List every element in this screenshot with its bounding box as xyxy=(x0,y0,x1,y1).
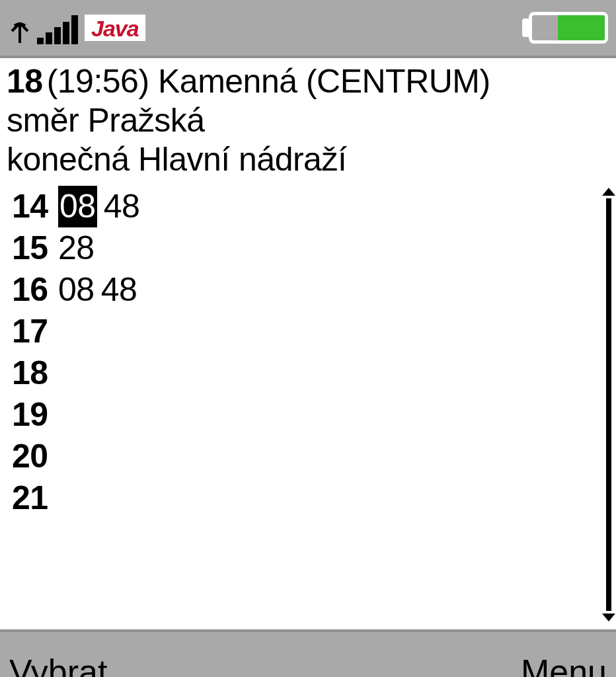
direction-label: směr Pražská xyxy=(7,101,595,140)
scroll-down-icon[interactable] xyxy=(602,614,615,621)
minute-value[interactable]: 48 xyxy=(104,186,140,227)
scroll-track[interactable] xyxy=(606,198,611,611)
hour-label: 15 xyxy=(12,227,52,269)
schedule-row[interactable]: 140848 xyxy=(12,186,595,227)
main-content: 18(19:56) Kamenná (CENTRUM) směr Pražská… xyxy=(0,56,616,632)
hour-label: 16 xyxy=(12,269,52,311)
antenna-icon xyxy=(8,20,32,44)
schedule-row[interactable]: 21 xyxy=(12,477,595,519)
minute-value[interactable]: 08 xyxy=(58,186,97,227)
schedule-row[interactable]: 17 xyxy=(12,311,595,352)
schedule-row[interactable]: 18 xyxy=(12,352,595,394)
minutes-group: 0848 xyxy=(58,269,137,311)
minute-value[interactable]: 28 xyxy=(58,227,95,269)
line-number: 18 xyxy=(7,63,43,100)
scroll-up-icon[interactable] xyxy=(602,188,615,196)
terminus-label: konečná Hlavní nádraží xyxy=(7,140,595,179)
hour-label: 20 xyxy=(12,436,52,477)
timetable[interactable]: 14084815281608481718192021 xyxy=(7,186,595,519)
status-bar: Java xyxy=(0,0,616,56)
hour-label: 21 xyxy=(12,477,52,519)
schedule-row[interactable]: 1528 xyxy=(12,227,595,269)
hour-label: 18 xyxy=(12,352,52,394)
schedule-row[interactable]: 160848 xyxy=(12,269,595,311)
minutes-group: 28 xyxy=(58,227,95,269)
signal-strength-icon xyxy=(8,11,78,44)
schedule-row[interactable]: 19 xyxy=(12,394,595,436)
softkey-left[interactable]: Vybrat xyxy=(9,655,107,677)
minutes-group: 0848 xyxy=(58,186,139,227)
softkey-right[interactable]: Menu xyxy=(521,655,607,677)
hour-label: 17 xyxy=(12,311,52,352)
schedule-row[interactable]: 20 xyxy=(12,436,595,477)
java-badge: Java xyxy=(85,15,145,41)
stop-name: Kamenná (CENTRUM) xyxy=(158,63,490,100)
softkey-bar: Vybrat Menu xyxy=(0,632,616,677)
header-time: (19:56) xyxy=(47,63,149,100)
minute-value[interactable]: 08 xyxy=(58,269,95,311)
route-header: 18(19:56) Kamenná (CENTRUM) xyxy=(7,62,595,101)
hour-label: 14 xyxy=(12,186,52,227)
hour-label: 19 xyxy=(12,394,52,436)
battery-icon xyxy=(522,12,608,44)
minute-value[interactable]: 48 xyxy=(101,269,137,311)
scrollbar[interactable] xyxy=(601,184,616,625)
signal-bars-icon xyxy=(37,15,78,44)
